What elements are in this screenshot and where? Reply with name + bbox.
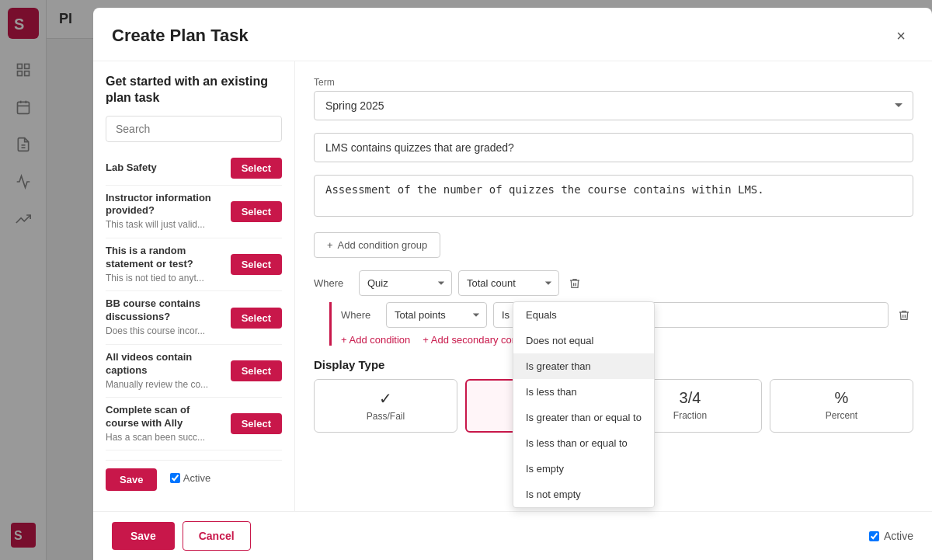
- dropdown-item-does-not-equal[interactable]: Does not equal: [513, 328, 654, 353]
- task-desc-input[interactable]: Assessment of the number of quizzes the …: [314, 175, 913, 217]
- dropdown-item-is-empty[interactable]: Is empty: [513, 456, 654, 482]
- select-button-bb-discussions[interactable]: Select: [231, 308, 282, 329]
- list-item: Students are enrolled within BB Validati…: [106, 450, 282, 454]
- plan-item-name: Complete scan of course with Ally: [106, 404, 224, 430]
- left-panel: Get started with an existing plan task L…: [93, 61, 295, 511]
- select-button-captions[interactable]: Select: [231, 360, 282, 381]
- term-label: Term: [314, 77, 913, 88]
- select-button-lab-safety[interactable]: Select: [231, 158, 282, 179]
- delete-condition-2-button[interactable]: [895, 306, 913, 325]
- term-group: Term Spring 2025: [314, 77, 913, 120]
- where-label-1: Where: [314, 277, 353, 289]
- dropdown-item-is-greater-than[interactable]: Is greater than: [513, 353, 654, 379]
- plan-list: Lab Safety Select Instructor information…: [106, 151, 282, 454]
- add-condition-group-label: Add condition group: [338, 239, 428, 251]
- condition-section: + Add condition group: [314, 232, 913, 258]
- dropdown-item-is-less-equal[interactable]: Is less than or equal to: [513, 430, 654, 456]
- delete-condition-1-button[interactable]: [565, 274, 584, 293]
- active-checkbox[interactable]: [170, 473, 180, 483]
- condition-operator-1[interactable]: Total count: [458, 270, 559, 296]
- list-item: This is a random statement or test? This…: [106, 238, 282, 291]
- plan-item-desc: Manually review the co...: [106, 379, 224, 391]
- plan-item-name: Instructor information provided?: [106, 192, 224, 218]
- list-item: Instructor information provided? This ta…: [106, 186, 282, 238]
- pass-fail-icon: ✓: [321, 389, 450, 408]
- condition-field-1[interactable]: Quiz: [359, 270, 452, 296]
- select-button-ally[interactable]: Select: [231, 413, 282, 434]
- left-panel-save-button[interactable]: Save: [106, 468, 157, 491]
- display-type-percent[interactable]: % Percent: [770, 379, 913, 433]
- modal-footer: Save Cancel Active: [93, 511, 932, 560]
- select-button-random[interactable]: Select: [231, 254, 282, 275]
- add-condition-button[interactable]: + Add condition: [341, 334, 410, 346]
- plan-item-name: This is a random statement or test?: [106, 245, 224, 271]
- where-label-2: Where: [341, 309, 380, 321]
- select-button-instructor[interactable]: Select: [231, 201, 282, 222]
- condition-row-1: Where Quiz Total count: [314, 270, 913, 296]
- modal-close-button[interactable]: ×: [889, 23, 913, 48]
- term-select[interactable]: Spring 2025: [314, 91, 913, 120]
- display-type-pass-fail[interactable]: ✓ Pass/Fail: [314, 379, 457, 433]
- plan-item-desc: Does this course incor...: [106, 325, 224, 338]
- percent-icon: %: [777, 389, 906, 407]
- modal-header: Create Plan Task ×: [93, 8, 932, 61]
- task-name-input[interactable]: [314, 133, 913, 162]
- plus-icon: +: [327, 239, 333, 251]
- dropdown-item-is-greater-equal[interactable]: Is greater than or equal to: [513, 405, 654, 430]
- active-label[interactable]: Active: [869, 530, 913, 542]
- list-item: Complete scan of course with Ally Has a …: [106, 398, 282, 450]
- condition-field-2[interactable]: Total points: [386, 302, 487, 328]
- plan-item-desc: Has a scan been succ...: [106, 432, 224, 444]
- list-item: All videos contain captions Manually rev…: [106, 345, 282, 398]
- dropdown-item-equals[interactable]: Equals: [513, 302, 654, 328]
- plan-item-name: BB course contains discussions?: [106, 297, 224, 324]
- percent-label: Percent: [777, 410, 906, 421]
- list-item: Lab Safety Select: [106, 151, 282, 186]
- operator-dropdown: Equals Does not equal Is greater than Is…: [513, 301, 655, 508]
- plan-item-desc: This task will just valid...: [106, 219, 224, 231]
- task-desc-group: Assessment of the number of quizzes the …: [314, 175, 913, 220]
- left-panel-title: Get started with an existing plan task: [106, 74, 282, 106]
- dropdown-item-is-not-empty[interactable]: Is not empty: [513, 482, 654, 507]
- search-input[interactable]: [106, 116, 282, 142]
- task-name-group: [314, 133, 913, 162]
- save-button[interactable]: Save: [112, 522, 175, 550]
- plan-item-name: All videos contain captions: [106, 351, 224, 377]
- add-condition-group-button[interactable]: + Add condition group: [314, 232, 440, 258]
- left-panel-active: Active: [170, 472, 210, 484]
- modal-title: Create Plan Task: [112, 26, 249, 46]
- cancel-button[interactable]: Cancel: [183, 521, 251, 551]
- active-text: Active: [884, 530, 913, 542]
- plan-item-name: Lab Safety: [106, 162, 224, 175]
- left-panel-footer: Save Active: [106, 460, 282, 499]
- dropdown-item-is-less-than[interactable]: Is less than: [513, 379, 654, 405]
- app-background: S S Pl Compton-Clark ×: [0, 0, 932, 560]
- pass-fail-label: Pass/Fail: [321, 411, 450, 422]
- list-item: BB course contains discussions? Does thi…: [106, 291, 282, 344]
- plan-item-desc: This is not tied to anyt...: [106, 273, 224, 285]
- active-checkbox-footer[interactable]: [869, 531, 879, 541]
